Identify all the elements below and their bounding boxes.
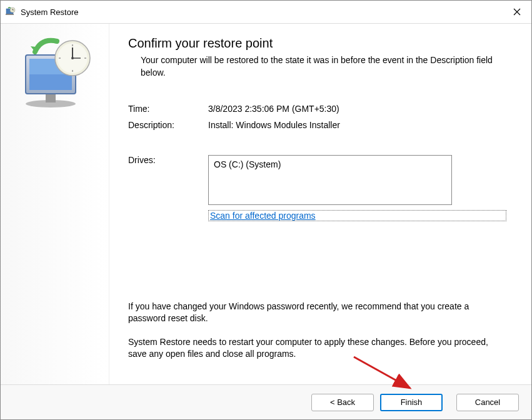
window-title: System Restore [21, 8, 503, 17]
content-area: Confirm your restore point Your computer… [1, 23, 531, 384]
page-heading: Confirm your restore point [128, 36, 506, 51]
titlebar: System Restore [1, 1, 531, 23]
restart-warning-text: System Restore needs to restart your com… [128, 336, 506, 361]
finish-button[interactable]: Finish [380, 394, 443, 411]
close-button[interactable] [503, 1, 531, 23]
system-restore-icon [13, 36, 101, 111]
description-label: Description: [128, 120, 208, 130]
time-value: 3/8/2023 2:35:06 PM (GMT+5:30) [208, 104, 339, 114]
time-label: Time: [128, 104, 208, 114]
button-bar: < Back Finish Cancel [1, 384, 531, 419]
description-row: Description: Install: Windows Modules In… [128, 120, 506, 130]
time-row: Time: 3/8/2023 2:35:06 PM (GMT+5:30) [128, 104, 506, 114]
main-content: Confirm your restore point Your computer… [109, 24, 531, 384]
app-icon [6, 7, 16, 17]
drives-row: Drives: OS (C:) (System) [128, 155, 506, 205]
scan-affected-programs-link[interactable]: Scan for affected programs [208, 210, 506, 221]
sidebar [1, 24, 109, 384]
cancel-button[interactable]: Cancel [456, 394, 519, 411]
page-subheading: Your computer will be restored to the st… [128, 54, 506, 79]
svg-rect-4 [46, 94, 56, 102]
svg-rect-1 [6, 14, 14, 15]
password-warning-text: If you have changed your Windows passwor… [128, 301, 506, 325]
back-button[interactable]: < Back [311, 394, 374, 411]
svg-point-12 [71, 57, 74, 59]
description-value: Install: Windows Modules Installer [208, 120, 340, 130]
system-restore-window: System Restore [0, 0, 532, 420]
drives-label: Drives: [128, 155, 208, 205]
drives-listbox[interactable]: OS (C:) (System) [208, 155, 452, 205]
drives-item: OS (C:) (System) [214, 159, 446, 169]
